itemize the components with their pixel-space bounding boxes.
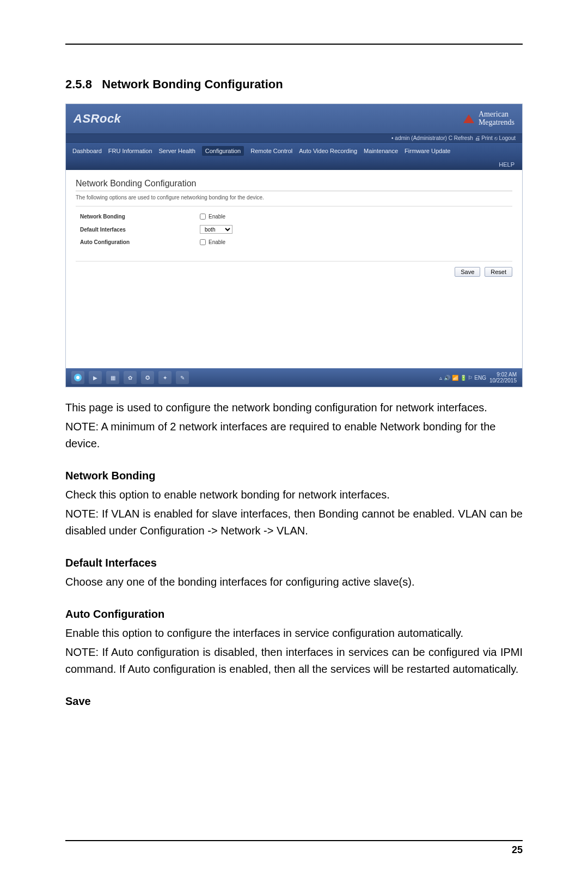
nav-dashboard[interactable]: Dashboard (72, 148, 102, 154)
tray-icons[interactable]: ▵ 🔊 📶 🔋 ⚐ ENG (439, 375, 486, 381)
manual-page: 2.5.8 Network Bonding Configuration ASRo… (0, 0, 588, 882)
network-bonding-p2: NOTE: If VLAN is enabled for slave inter… (65, 506, 523, 539)
top-rule (65, 44, 523, 45)
taskbar-app-icon[interactable]: ▦ (106, 371, 119, 384)
clock-date: 10/22/2015 (489, 378, 517, 384)
nav-configuration[interactable]: Configuration (202, 146, 244, 156)
nav-bar: Dashboard FRU Information Server Health … (66, 143, 522, 159)
start-button-icon[interactable] (71, 371, 84, 384)
ami-logo: American Megatrends (462, 111, 514, 126)
nav-firmware-update[interactable]: Firmware Update (405, 148, 450, 154)
intro-paragraph-1: This page is used to configure the netwo… (65, 399, 523, 416)
checkbox-bonding-label: Enable (209, 214, 225, 220)
nav-remote-control[interactable]: Remote Control (250, 148, 292, 154)
heading-save: Save (65, 693, 523, 710)
windows-taskbar: ▶ ▦ ✿ ✪ ✦ ✎ ▵ 🔊 📶 🔋 ⚐ ENG 9:02 AM 10/22/… (66, 368, 522, 387)
svg-marker-0 (463, 114, 474, 123)
auto-configuration-p2: NOTE: If Auto configuration is disabled,… (65, 644, 523, 678)
heading-network-bonding: Network Bonding (65, 467, 523, 484)
heading-default-interfaces: Default Interfaces (65, 555, 523, 571)
taskbar-left: ▶ ▦ ✿ ✪ ✦ ✎ (71, 371, 189, 384)
panel-description: The following options are used to config… (76, 194, 512, 206)
label-default-interfaces: Default Interfaces (80, 227, 200, 233)
nav-auto-video-recording[interactable]: Auto Video Recording (299, 148, 357, 154)
help-link[interactable]: HELP (499, 161, 514, 168)
nav-fru-information[interactable]: FRU Information (108, 148, 152, 154)
taskbar-app-icon[interactable]: ✪ (141, 371, 154, 384)
clock-time: 9:02 AM (489, 372, 517, 378)
save-button[interactable]: Save (455, 267, 480, 277)
panel-spacer (76, 277, 512, 358)
nav-maintenance[interactable]: Maintenance (364, 148, 398, 154)
section-number: 2.5.8 (65, 77, 92, 91)
taskbar-app-icon[interactable]: ✿ (124, 371, 137, 384)
button-row: Save Reset (76, 261, 512, 277)
brand-logo: ASRock (74, 112, 121, 126)
ami-triangle-icon (462, 113, 475, 124)
checkbox-network-bonding[interactable] (200, 214, 206, 220)
taskbar-app-icon[interactable]: ✦ (158, 371, 171, 384)
ami-line1: American (479, 111, 514, 119)
label-network-bonding: Network Bonding (80, 214, 200, 220)
nav-server-health[interactable]: Server Health (159, 148, 195, 154)
taskbar-clock[interactable]: 9:02 AM 10/22/2015 (489, 372, 517, 384)
document-body: This page is used to configure the netwo… (65, 399, 523, 710)
auto-configuration-p1: Enable this option to configure the inte… (65, 625, 523, 642)
reset-button[interactable]: Reset (485, 267, 512, 277)
select-default-interfaces[interactable]: both (200, 225, 232, 234)
page-number: 25 (65, 844, 523, 856)
taskbar-app-icon[interactable]: ▶ (89, 371, 102, 384)
panel-title: Network Bonding Configuration (76, 175, 512, 191)
svg-point-2 (76, 376, 79, 379)
ami-line2: Megatrends (479, 119, 514, 127)
row-auto-configuration: Auto Configuration Enable (76, 236, 512, 248)
taskbar-app-icon[interactable]: ✎ (176, 371, 189, 384)
checkbox-autoconf-label: Enable (209, 239, 225, 245)
row-network-bonding: Network Bonding Enable (76, 211, 512, 222)
help-bar: HELP (66, 159, 522, 170)
heading-auto-configuration: Auto Configuration (65, 606, 523, 623)
footer-rule (65, 840, 523, 841)
row-default-interfaces: Default Interfaces both (76, 222, 512, 236)
section-title: Network Bonding Configuration (102, 77, 283, 91)
network-bonding-p1: Check this option to enable network bond… (65, 486, 523, 503)
section-heading: 2.5.8 Network Bonding Configuration (65, 77, 523, 92)
taskbar-tray: ▵ 🔊 📶 🔋 ⚐ ENG 9:02 AM 10/22/2015 (439, 372, 517, 384)
default-interfaces-p: Choose any one of the bonding interfaces… (65, 574, 523, 591)
status-bar: • admin (Administrator) C Refresh 🖨 Prin… (66, 133, 522, 143)
config-panel: Network Bonding Configuration The follow… (66, 170, 522, 368)
label-auto-configuration: Auto Configuration (80, 239, 200, 245)
intro-paragraph-2: NOTE: A minimum of 2 network interfaces … (65, 418, 523, 452)
checkbox-auto-configuration[interactable] (200, 239, 206, 245)
embedded-screenshot: ASRock American Megatrends • admin (Admi… (65, 104, 523, 387)
page-footer: 25 (65, 840, 523, 856)
app-header: ASRock American Megatrends (66, 104, 522, 133)
